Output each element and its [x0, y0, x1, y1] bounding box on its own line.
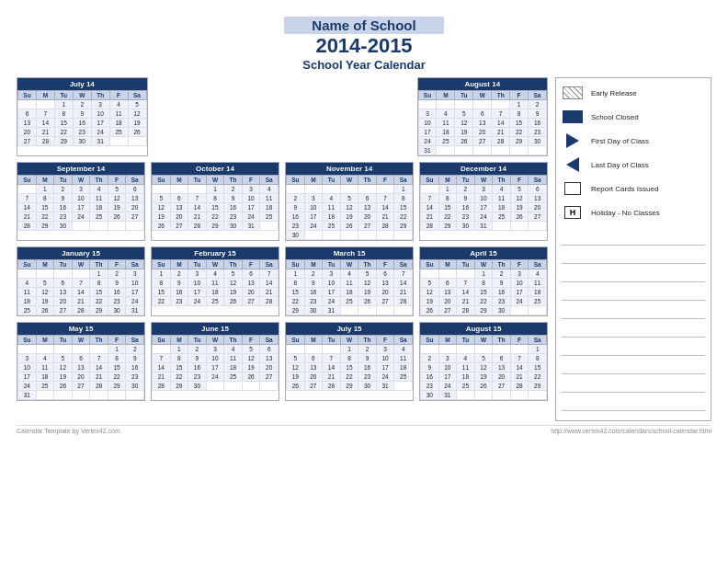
mini-calendar: February 15SuMTuWThFSa123456789101112131…	[151, 246, 279, 316]
holiday-icon: H	[562, 205, 584, 220]
mini-calendar: January 15SuMTuWThFSa1234567891011121314…	[17, 246, 145, 316]
main-content: July 14SuMTuWThFSa1234567891011121314151…	[17, 77, 711, 421]
calendar-row-3: January 15SuMTuWThFSa1234567891011121314…	[17, 246, 548, 316]
legend-label-last-day: Last Day of Class	[591, 161, 649, 169]
legend-label-first-day: First Day of Class	[591, 137, 649, 145]
footer-right: http://www.vertex42.com/calendars/school…	[551, 428, 711, 434]
mini-calendar: September 14SuMTuWThFSa12345678910111213…	[17, 162, 145, 241]
legend-item-school-closed: School Closed	[562, 109, 705, 124]
school-name: Name of School	[284, 17, 443, 34]
mini-calendar: April 15SuMTuWThFSa123456789101112131415…	[419, 246, 548, 316]
report-cards-icon	[562, 181, 584, 196]
legend-item-last-day: Last Day of Class	[562, 157, 705, 172]
legend-line	[562, 303, 705, 319]
calendars-area: July 14SuMTuWThFSa1234567891011121314151…	[17, 77, 548, 421]
legend-item-holiday: HHoliday - No Classes	[562, 205, 705, 220]
legend-line	[562, 247, 705, 264]
legend-line	[562, 339, 705, 356]
mini-calendar: November 14SuMTuWThFSa123456789101112131…	[285, 162, 414, 241]
mini-calendar: August 15SuMTuWThFSa12345678910111213141…	[419, 322, 548, 401]
legend-label-holiday: Holiday - No Classes	[591, 209, 660, 217]
legend-item-early-release: Early Release	[562, 86, 705, 100]
legend-area: Early ReleaseSchool ClosedFirst Day of C…	[555, 77, 711, 421]
mini-calendar: May 15SuMTuWThFSa12345678910111213141516…	[17, 322, 145, 401]
mini-calendar: June 15SuMTuWThFSa1234567891011121314151…	[151, 322, 279, 401]
page: Name of School 2014-2015 School Year Cal…	[0, 0, 728, 561]
mini-calendar: October 14SuMTuWThFSa1234567891011121314…	[151, 162, 279, 241]
legend-label-early-release: Early Release	[591, 89, 637, 97]
mini-calendar: July 15SuMTuWThFSa1234567891011121314151…	[285, 322, 414, 401]
mini-calendar: March 15SuMTuWThFSa123456789101112131415…	[285, 246, 414, 316]
school-closed-icon	[562, 109, 584, 124]
calendar-row-2: September 14SuMTuWThFSa12345678910111213…	[17, 162, 548, 241]
calendar-row-1: July 14SuMTuWThFSa1234567891011121314151…	[17, 77, 548, 156]
early-release-icon	[562, 86, 584, 100]
footer: Calendar Template by Vertex42.com http:/…	[17, 425, 711, 434]
legend-line	[562, 266, 705, 282]
year: 2014-2015	[17, 34, 711, 58]
legend-item-first-day: First Day of Class	[562, 133, 705, 148]
legend-line	[562, 395, 705, 411]
legend-line	[562, 284, 705, 301]
last-day-icon	[562, 157, 584, 172]
legend-line	[562, 376, 705, 393]
mini-calendar: July 14SuMTuWThFSa1234567891011121314151…	[17, 77, 148, 156]
first-day-icon	[562, 133, 584, 148]
mini-calendar: December 14SuMTuWThFSa123456789101112131…	[419, 162, 548, 241]
mini-calendar: August 14SuMTuWThFSa12345678910111213141…	[417, 77, 549, 156]
calendar-row-4: May 15SuMTuWThFSa12345678910111213141516…	[17, 322, 548, 401]
header: Name of School 2014-2015 School Year Cal…	[17, 17, 711, 72]
legend-label-school-closed: School Closed	[591, 113, 639, 121]
legend-label-report-cards: Report Cards Issued	[591, 185, 658, 193]
legend-lines	[562, 229, 705, 411]
footer-left: Calendar Template by Vertex42.com	[17, 428, 120, 434]
legend-line	[562, 358, 705, 374]
legend-line	[562, 229, 705, 246]
subtitle: School Year Calendar	[17, 58, 711, 72]
legend-item-report-cards: Report Cards Issued	[562, 181, 705, 196]
legend-line	[562, 321, 705, 338]
